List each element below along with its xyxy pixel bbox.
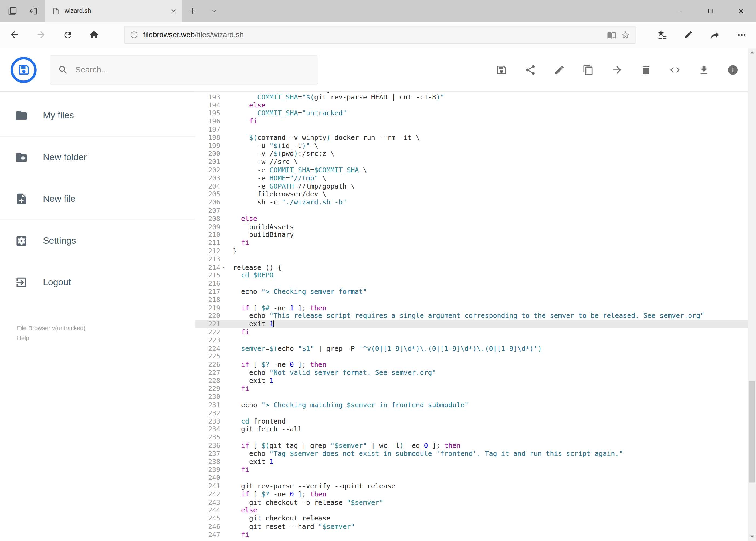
code-line[interactable]: 201 -w //src \ bbox=[195, 158, 756, 166]
sidebar-item-logout[interactable]: Logout bbox=[0, 262, 195, 303]
code-line[interactable]: 203 -e HOME="//tmp" \ bbox=[195, 174, 756, 182]
new-tab-button[interactable] bbox=[182, 0, 203, 22]
code-line[interactable]: 242 if [ $? -ne 0 ]; then bbox=[195, 490, 756, 498]
code-line[interactable]: 218 bbox=[195, 296, 756, 304]
help-link[interactable]: Help bbox=[17, 333, 195, 343]
code-line[interactable]: 230 bbox=[195, 393, 756, 401]
code-line[interactable]: 209 buildAssets bbox=[195, 223, 756, 231]
code-line[interactable]: 210 buildBinary bbox=[195, 231, 756, 239]
code-line[interactable]: 236 if [ $(git tag | grep "$semver" | wc… bbox=[195, 442, 756, 450]
code-line[interactable]: 197 bbox=[195, 125, 756, 134]
browser-tab[interactable]: wizard.sh bbox=[45, 0, 182, 22]
code-line[interactable]: 212} bbox=[195, 247, 756, 255]
reading-view-icon[interactable] bbox=[607, 30, 616, 39]
code-line[interactable]: 196 fi bbox=[195, 117, 756, 125]
set-tabs-aside-icon[interactable] bbox=[23, 0, 45, 22]
favorite-star-icon[interactable] bbox=[621, 30, 630, 39]
code-line[interactable]: 208 else bbox=[195, 215, 756, 223]
code-line[interactable]: 207 bbox=[195, 206, 756, 215]
code-line[interactable]: 213 bbox=[195, 255, 756, 264]
code-line[interactable]: 237 echo "Tag $semver does not exist in … bbox=[195, 450, 756, 458]
code-line[interactable]: 225 bbox=[195, 352, 756, 360]
code-line[interactable]: 194 else bbox=[195, 101, 756, 109]
copy-icon[interactable] bbox=[577, 59, 599, 81]
code-line[interactable]: 206 sh -c "./wizard.sh -b" bbox=[195, 198, 756, 206]
code-line[interactable]: 224 semver=$(echo "$1" | grep -P '^v(0|[… bbox=[195, 344, 756, 352]
code-line[interactable]: 215 cd $REPO bbox=[195, 271, 756, 279]
back-icon[interactable] bbox=[4, 24, 25, 45]
forward-icon[interactable] bbox=[31, 24, 52, 45]
code-line[interactable]: 226 if [ $? -ne 0 ]; then bbox=[195, 360, 756, 369]
web-note-pen-icon[interactable] bbox=[678, 24, 699, 45]
close-button[interactable] bbox=[725, 0, 756, 22]
sidebar-item-settings[interactable]: Settings bbox=[0, 220, 195, 262]
code-line[interactable]: 193 COMMIT_SHA="$(git rev-parse HEAD | c… bbox=[195, 93, 756, 101]
vertical-scrollbar[interactable] bbox=[748, 48, 756, 541]
code-line[interactable]: 200 -v /$(pwd):/src:z \ bbox=[195, 150, 756, 158]
code-line[interactable]: 223 bbox=[195, 336, 756, 344]
tab-list-chevron-icon[interactable] bbox=[203, 0, 224, 22]
refresh-icon[interactable] bbox=[57, 24, 78, 45]
code-line[interactable]: 234 git fetch --all bbox=[195, 425, 756, 433]
code-line[interactable]: 233 cd frontend bbox=[195, 417, 756, 425]
home-icon[interactable] bbox=[84, 24, 105, 45]
code-line[interactable]: 221 exit 1 bbox=[195, 320, 756, 328]
favorites-hub-icon[interactable] bbox=[651, 24, 672, 45]
code-line[interactable]: 222 fi bbox=[195, 328, 756, 336]
site-info-icon[interactable] bbox=[130, 31, 138, 39]
search-input[interactable] bbox=[75, 65, 310, 75]
code-line[interactable]: 199 -u "$(id -u)" \ bbox=[195, 142, 756, 150]
code-line[interactable]: 211 fi bbox=[195, 239, 756, 247]
code-line[interactable]: 229 fi bbox=[195, 385, 756, 393]
code-line[interactable]: 238 exit 1 bbox=[195, 458, 756, 466]
address-bar[interactable]: filebrowser.web/files/wizard.sh bbox=[125, 26, 635, 44]
code-line[interactable]: 202 -e COMMIT_SHA=$COMMIT_SHA \ bbox=[195, 166, 756, 174]
code-line[interactable]: 198 $(command -v winpty) docker run --rm… bbox=[195, 134, 756, 142]
search-box[interactable] bbox=[50, 55, 318, 84]
save-icon[interactable] bbox=[490, 59, 513, 81]
code-icon[interactable] bbox=[664, 59, 686, 81]
code-line[interactable]: 240 bbox=[195, 474, 756, 482]
scroll-up-icon[interactable] bbox=[748, 48, 756, 56]
maximize-button[interactable] bbox=[695, 0, 726, 22]
code-line[interactable]: 243 git checkout -b release "$semver" bbox=[195, 498, 756, 506]
code-line[interactable]: 214▾release () { bbox=[195, 264, 756, 271]
code-line[interactable]: 220 echo "This release script requires a… bbox=[195, 312, 756, 320]
sidebar-item-new-file[interactable]: New file bbox=[0, 178, 195, 220]
code-line[interactable]: 241 git rev-parse --verify --quiet relea… bbox=[195, 482, 756, 490]
code-line[interactable]: 247 fi bbox=[195, 531, 756, 539]
code-editor[interactable]: 192 if [ "$(command -v git)" != "" ]; th… bbox=[195, 92, 756, 540]
code-line[interactable]: 231 echo "> Checking matching $semver in… bbox=[195, 401, 756, 409]
app-logo[interactable] bbox=[11, 57, 36, 83]
move-icon[interactable] bbox=[606, 59, 628, 81]
sidebar-item-my-files[interactable]: My files bbox=[0, 95, 195, 136]
tab-preview-icon[interactable] bbox=[2, 0, 23, 22]
share-icon[interactable] bbox=[704, 24, 726, 45]
fold-arrow-icon[interactable]: ▾ bbox=[222, 264, 225, 271]
code-line[interactable]: 232 bbox=[195, 409, 756, 417]
scroll-down-icon[interactable] bbox=[748, 533, 756, 541]
code-line[interactable]: 216 bbox=[195, 279, 756, 287]
code-line[interactable]: 219 if [ $# -ne 1 ]; then bbox=[195, 304, 756, 312]
more-options-icon[interactable] bbox=[731, 24, 752, 45]
share-icon[interactable] bbox=[519, 59, 541, 81]
sidebar-item-new-folder[interactable]: New folder bbox=[0, 137, 195, 178]
minimize-button[interactable] bbox=[665, 0, 695, 22]
code-line[interactable]: 227 echo "Not valid semver format. See s… bbox=[195, 369, 756, 377]
code-line[interactable]: 239 fi bbox=[195, 466, 756, 474]
code-line[interactable]: 244 else bbox=[195, 506, 756, 515]
code-line[interactable]: 246 git reset --hard "$semver" bbox=[195, 523, 756, 531]
code-line[interactable]: 205 filebrowser/dev \ bbox=[195, 190, 756, 198]
edit-icon[interactable] bbox=[548, 59, 570, 81]
code-line[interactable]: 195 COMMIT_SHA="untracked" bbox=[195, 109, 756, 117]
code-line[interactable]: 228 exit 1 bbox=[195, 377, 756, 385]
delete-icon[interactable] bbox=[635, 59, 657, 81]
info-icon[interactable] bbox=[722, 59, 744, 81]
download-icon[interactable] bbox=[693, 59, 715, 81]
code-line[interactable]: 217 echo "> Checking semver format" bbox=[195, 287, 756, 296]
code-line[interactable]: 204 -e GOPATH=//tmp/gopath \ bbox=[195, 182, 756, 190]
code-line[interactable]: 235 bbox=[195, 433, 756, 442]
tab-close-icon[interactable] bbox=[170, 8, 177, 14]
code-line[interactable]: 245 git checkout release bbox=[195, 515, 756, 523]
url-text[interactable]: filebrowser.web/files/wizard.sh bbox=[143, 31, 603, 39]
